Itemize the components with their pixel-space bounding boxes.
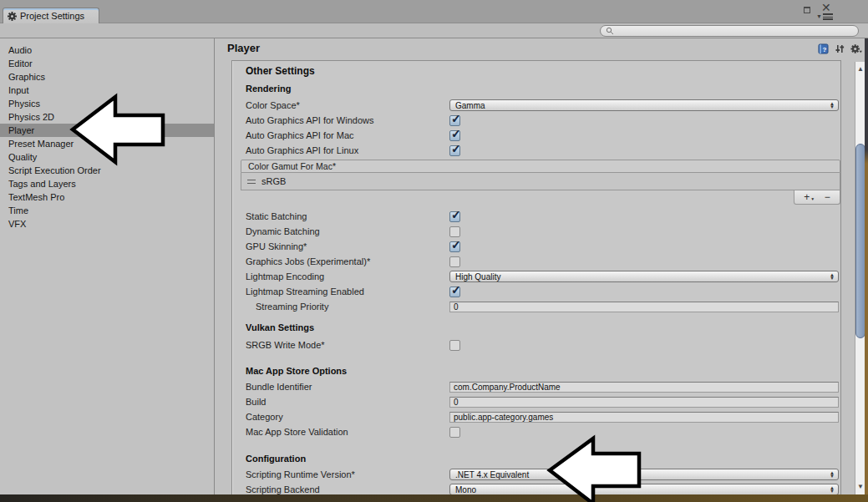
sidebar-item-script-execution-order[interactable]: Script Execution Order	[0, 164, 214, 177]
setting-label: Lightmap Streaming Enabled	[246, 286, 449, 297]
setting-label: Color Space*	[246, 100, 449, 110]
setting-row: Bundle Identifier com.Company.ProductNam…	[246, 379, 839, 394]
unity-gear-icon	[8, 12, 17, 21]
sidebar-item-player[interactable]: Player	[0, 124, 214, 137]
setting-row: Category public.app-category.games	[246, 409, 839, 424]
search-icon	[606, 27, 614, 35]
presets-sliders-icon[interactable]	[834, 43, 845, 54]
desktop-edge-bottom	[0, 494, 868, 502]
window-menu-icon[interactable]: ▼	[816, 13, 833, 20]
setting-row: Dynamic Batching	[246, 224, 839, 239]
help-book-icon[interactable]: ?	[817, 43, 829, 54]
setting-label: Scripting Runtime Version*	[246, 469, 449, 479]
lightmap-encoding-dropdown[interactable]: High Quality▲▼	[449, 271, 839, 282]
color-space-dropdown[interactable]: Gamma▲▼	[449, 99, 839, 111]
setting-row: Lightmap Streaming Enabled	[246, 284, 839, 299]
heading-rendering: Rendering	[246, 84, 839, 94]
tab-title: Project Settings	[20, 11, 84, 21]
dynamic-batching-checkbox[interactable]	[449, 226, 460, 237]
settings-sidebar: Audio Editor Graphics Input Physics Phys…	[0, 38, 215, 494]
heading-configuration: Configuration	[246, 454, 839, 464]
page-title: Player	[227, 42, 260, 54]
sidebar-item-graphics[interactable]: Graphics	[0, 70, 214, 84]
list-footer: +▼ −	[794, 190, 840, 205]
graphics-jobs-checkbox[interactable]	[449, 256, 460, 267]
setting-label: Scripting Backend	[246, 484, 449, 494]
add-item-button[interactable]: +▼	[804, 192, 815, 202]
other-settings-group: Other Settings Rendering Color Space* Ga…	[231, 60, 841, 494]
auto-graphics-mac-checkbox[interactable]	[449, 130, 460, 141]
drag-handle-icon[interactable]	[247, 180, 256, 184]
caret-down-icon: ▼	[816, 13, 822, 20]
setting-label: Bundle Identifier	[246, 382, 449, 392]
setting-row: Build 0	[246, 394, 839, 409]
setting-row: Auto Graphics API for Linux	[246, 143, 839, 158]
sidebar-item-textmesh-pro[interactable]: TextMesh Pro	[0, 190, 214, 204]
setting-row: Lightmap Encoding High Quality▲▼	[246, 269, 839, 284]
svg-text:?: ?	[822, 46, 826, 53]
auto-graphics-windows-checkbox[interactable]	[449, 115, 460, 126]
sidebar-item-physics-2d[interactable]: Physics 2D	[0, 110, 214, 124]
close-icon[interactable]: ✕	[821, 1, 831, 14]
search-field[interactable]	[600, 25, 859, 37]
list-item[interactable]: sRGB	[241, 173, 840, 190]
heading-mac-app-store: Mac App Store Options	[246, 366, 839, 377]
setting-label: Dynamic Batching	[246, 226, 449, 236]
setting-row: Color Space* Gamma▲▼	[246, 98, 839, 113]
hamburger-icon	[823, 13, 833, 20]
window-titlebar: Project Settings ✕ ▼	[0, 0, 868, 23]
caret-down-icon: ▼	[810, 196, 815, 202]
sidebar-item-audio[interactable]: Audio	[0, 43, 214, 57]
gpu-skinning-checkbox[interactable]	[449, 241, 460, 252]
maximize-icon[interactable]	[804, 7, 810, 13]
sidebar-item-input[interactable]: Input	[0, 84, 214, 97]
sidebar-item-vfx[interactable]: VFX	[0, 217, 214, 231]
setting-label: Auto Graphics API for Windows	[246, 115, 449, 125]
streaming-priority-field[interactable]: 0	[449, 302, 839, 312]
auto-graphics-linux-checkbox[interactable]	[449, 145, 460, 156]
popup-arrows-icon: ▲▼	[830, 102, 835, 109]
popup-arrows-icon: ▲▼	[830, 471, 835, 478]
sidebar-item-time[interactable]: Time	[0, 204, 214, 217]
player-settings-panel: Player Other Settings Rendering Color Sp…	[215, 38, 855, 494]
tab-project-settings[interactable]: Project Settings	[3, 8, 99, 23]
popup-arrows-icon: ▲▼	[830, 273, 835, 280]
remove-item-button[interactable]: −	[825, 192, 830, 202]
setting-row: SRGB Write Mode*	[246, 337, 839, 352]
setting-label: Static Batching	[246, 211, 449, 221]
bundle-identifier-field[interactable]: com.Company.ProductName	[449, 382, 839, 393]
lightmap-streaming-checkbox[interactable]	[449, 286, 460, 297]
setting-row: Scripting Runtime Version* .NET 4.x Equi…	[246, 467, 839, 482]
setting-label: SRGB Write Mode*	[246, 340, 449, 350]
setting-row: GPU Skinning*	[246, 239, 839, 254]
srgb-write-mode-checkbox[interactable]	[449, 340, 460, 351]
static-batching-checkbox[interactable]	[449, 211, 460, 222]
category-field[interactable]: public.app-category.games	[449, 412, 839, 423]
gear-menu-icon[interactable]	[850, 43, 862, 54]
heading-vulkan: Vulkan Settings	[246, 322, 839, 333]
setting-row: Graphics Jobs (Experimental)*	[246, 254, 839, 269]
sidebar-item-tags-and-layers[interactable]: Tags and Layers	[0, 177, 214, 190]
search-input[interactable]	[617, 26, 853, 36]
scripting-backend-dropdown[interactable]: Mono▲▼	[449, 484, 839, 494]
setting-label: Build	[246, 397, 449, 407]
setting-label: Category	[246, 412, 449, 422]
toolbar	[0, 23, 868, 38]
sidebar-item-quality[interactable]: Quality	[0, 150, 214, 164]
setting-label: GPU Skinning*	[246, 241, 449, 251]
scripting-runtime-version-dropdown[interactable]: .NET 4.x Equivalent▲▼	[449, 469, 839, 480]
setting-row: Auto Graphics API for Mac	[246, 128, 839, 143]
sidebar-item-editor[interactable]: Editor	[0, 57, 214, 70]
desktop-edge-right	[865, 38, 868, 502]
setting-row: Mac App Store Validation	[246, 424, 839, 439]
mac-app-store-validation-checkbox[interactable]	[449, 427, 460, 438]
section-header: Other Settings	[246, 65, 839, 77]
sidebar-item-preset-manager[interactable]: Preset Manager	[0, 137, 214, 150]
build-field[interactable]: 0	[449, 397, 839, 408]
sidebar-item-physics[interactable]: Physics	[0, 97, 214, 110]
setting-label: Graphics Jobs (Experimental)*	[246, 256, 449, 266]
setting-label: Auto Graphics API for Linux	[246, 145, 449, 155]
setting-row: Auto Graphics API for Windows	[246, 113, 839, 128]
color-gamut-list: Color Gamut For Mac* sRGB +▼ −	[241, 160, 840, 205]
setting-label: Mac App Store Validation	[246, 427, 449, 437]
